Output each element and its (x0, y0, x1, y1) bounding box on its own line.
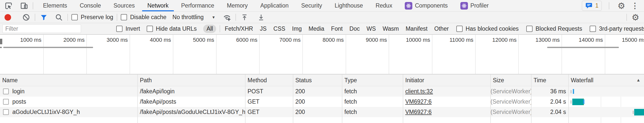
filter-type-all[interactable]: All (203, 25, 216, 33)
tab-security[interactable]: Security (295, 0, 328, 11)
blocked-requests-label: Blocked Requests (536, 25, 582, 32)
column-header-name[interactable]: Name (0, 74, 138, 86)
3rd-party-requests-checkbox[interactable] (590, 26, 596, 32)
inspect-element-icon[interactable] (4, 1, 14, 11)
divider (626, 14, 627, 21)
chevron-down-icon: ▼ (212, 15, 216, 19)
initiator-link[interactable]: VM6927:6 (405, 109, 432, 115)
ruler-gridline (86, 35, 87, 74)
overview-left-handle[interactable] (0, 39, 2, 44)
column-header-size[interactable]: Size (491, 74, 531, 86)
invert-checkbox[interactable] (116, 26, 123, 32)
ruler-gridline (389, 35, 389, 74)
overview-left-mark (0, 47, 2, 48)
tab-profiler[interactable]: Profiler (454, 0, 495, 11)
waterfall-tick (633, 111, 634, 114)
import-har-icon[interactable] (239, 12, 250, 22)
network-conditions-icon[interactable] (222, 12, 232, 22)
invert-checkbox-group[interactable]: Invert (116, 25, 140, 32)
has-blocked-cookies-checkbox-group[interactable]: Has blocked cookies (456, 25, 519, 32)
ruler-tick-label: 3000 ms (107, 37, 128, 43)
react-icon (405, 2, 412, 10)
tab-sources[interactable]: Sources (107, 0, 141, 11)
filter-type-doc[interactable]: Doc (349, 25, 360, 32)
column-header-time[interactable]: Time (531, 74, 569, 86)
filter-type-css[interactable]: CSS (273, 25, 285, 32)
ruler-gridline (432, 35, 432, 74)
3rd-party-requests-checkbox-group[interactable]: 3rd-party requests (590, 25, 644, 32)
clear-icon[interactable] (21, 12, 31, 22)
tab-lighthouse[interactable]: Lighthouse (328, 0, 369, 11)
blocked-requests-checkbox-group[interactable]: Blocked Requests (526, 25, 582, 32)
filter-type-fetch-xhr[interactable]: Fetch/XHR (225, 25, 253, 32)
filter-funnel-icon[interactable] (39, 12, 49, 22)
kebab-menu-icon[interactable]: ⋮ (630, 1, 640, 11)
tab-memory[interactable]: Memory (221, 0, 254, 11)
disable-cache-label: Disable cache (130, 14, 166, 21)
filter-type-media[interactable]: Media (308, 25, 324, 32)
tab-components[interactable]: Components (398, 0, 454, 11)
network-overview[interactable]: 1000 ms2000 ms3000 ms4000 ms5000 ms6000 … (0, 35, 644, 74)
filter-type-manifest[interactable]: Manifest (406, 25, 427, 32)
column-header-initiator[interactable]: Initiator (403, 74, 491, 86)
blocked-requests-checkbox[interactable] (526, 26, 533, 32)
preserve-log-checkbox[interactable] (71, 14, 78, 20)
disable-cache-checkbox[interactable] (121, 14, 127, 20)
table-row[interactable]: posts/fakeApi/postsGET200fetchVM6927:6(S… (0, 97, 644, 107)
column-header-waterfall[interactable]: Waterfall▲ (569, 74, 644, 86)
preserve-log-checkbox-group[interactable]: Preserve log (71, 14, 113, 21)
table-body: login/fakeApi/loginPOST200fetchclient.ts… (0, 86, 644, 117)
cell-path: /fakeApi/login (138, 88, 245, 95)
column-divider (342, 74, 342, 123)
filter-type-js[interactable]: JS (260, 25, 267, 32)
column-header-method[interactable]: Method (245, 74, 293, 86)
filter-type-other[interactable]: Other (434, 25, 449, 32)
tab-redux[interactable]: Redux (369, 0, 398, 11)
react-icon (460, 2, 468, 10)
device-toolbar-icon[interactable] (19, 1, 29, 11)
ruler-gridline (130, 35, 130, 74)
export-har-icon[interactable] (256, 12, 266, 22)
disable-cache-checkbox-group[interactable]: Disable cache (121, 14, 166, 21)
column-header-path[interactable]: Path (138, 74, 245, 86)
cell-method: GET (245, 109, 293, 115)
tab-performance[interactable]: Performance (175, 0, 221, 11)
table-row[interactable]: login/fakeApi/loginPOST200fetchclient.ts… (0, 86, 644, 97)
ruler-tick-label: 6000 ms (236, 37, 257, 43)
tab-elements[interactable]: Elements (37, 0, 73, 11)
search-icon[interactable] (54, 12, 64, 22)
row-checkbox[interactable] (3, 109, 9, 115)
row-checkbox[interactable] (3, 89, 9, 94)
record-button[interactable] (5, 14, 11, 21)
ruler-tick-label: 14000 ms (579, 37, 603, 43)
filter-input[interactable] (3, 24, 81, 33)
hide-data-urls-checkbox[interactable] (147, 26, 153, 32)
initiator-link[interactable]: VM6927:6 (405, 98, 432, 105)
tab-label: Lighthouse (335, 2, 363, 9)
throttling-dropdown[interactable]: No throttling ▼ (173, 14, 216, 21)
column-header-type[interactable]: Type (342, 74, 403, 86)
overview-activity-bar (3, 47, 93, 48)
has-blocked-cookies-checkbox[interactable] (456, 26, 463, 32)
filter-type-font[interactable]: Font (331, 25, 343, 32)
tab-console[interactable]: Console (73, 0, 107, 11)
issues-button[interactable]: 1 (582, 1, 602, 11)
tab-application[interactable]: Application (254, 0, 295, 11)
cell-time: 2.04 s (531, 98, 569, 105)
table-row[interactable]: aGoduUeCLtJ1ixV-8GY_h/fakeApi/posts/aGod… (0, 107, 644, 117)
column-header-status[interactable]: Status (293, 74, 342, 86)
initiator-link[interactable]: client.ts:32 (405, 88, 433, 95)
tab-label: Memory (227, 2, 248, 9)
tab-label: Components (415, 2, 448, 9)
settings-gear-icon[interactable]: ⚙ (616, 1, 626, 11)
tab-network[interactable]: Network (141, 0, 175, 11)
filter-type-img[interactable]: Img (292, 25, 302, 32)
filter-type-wasm[interactable]: Wasm (383, 25, 399, 32)
network-settings-gear-icon[interactable]: ⚙ (630, 12, 640, 22)
row-checkbox[interactable] (3, 99, 9, 105)
table-header-row: NamePathMethodStatusTypeInitiatorSizeTim… (0, 74, 644, 86)
filter-type-ws[interactable]: WS (367, 25, 376, 32)
tab-label: Sources (113, 2, 135, 9)
cell-method: GET (245, 98, 293, 105)
hide-data-urls-checkbox-group[interactable]: Hide data URLs (147, 25, 197, 32)
